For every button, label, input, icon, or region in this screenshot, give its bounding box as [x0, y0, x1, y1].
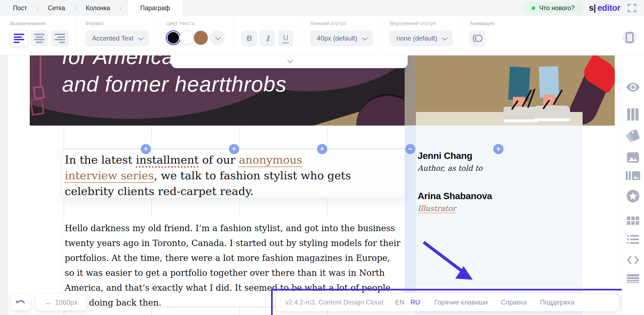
open-dropdown-panel[interactable]: [171, 55, 408, 68]
add-image-columns-button[interactable]: [626, 171, 640, 182]
breadcrumb-post[interactable]: Пост: [10, 4, 30, 12]
status-bar: v2.4.2-rc3, Content Design Cloud EN RU Г…: [276, 293, 619, 311]
illustration-leg: [508, 66, 530, 101]
chevron-down-icon: [362, 35, 368, 41]
annotation-arrow: [419, 238, 479, 286]
add-image-button[interactable]: [627, 152, 639, 164]
width-arrows-icon: ↔: [45, 298, 52, 306]
editor-window: Пост › Сетка › Колонка › Параграф Что но…: [0, 0, 644, 315]
selected-paragraph-block[interactable]: In the latest installment of our anonymo…: [63, 149, 405, 198]
add-block-button[interactable]: +: [317, 144, 327, 154]
help-link[interactable]: Справка: [501, 298, 527, 306]
mobile-preview-button[interactable]: [623, 30, 637, 45]
chevron-down-icon: [287, 57, 293, 63]
add-block-button[interactable]: +: [141, 144, 151, 154]
illustration-leg: [539, 66, 559, 98]
align-left-button[interactable]: [10, 30, 28, 46]
columns-image-icon: [626, 171, 640, 181]
lines-icon: [627, 274, 639, 284]
bottom-margin-group: Нижний отступ 40px (default): [310, 16, 381, 52]
format-group: Формат Accented Text: [85, 16, 158, 52]
misspelled-word[interactable]: installment: [136, 153, 199, 168]
animation-button[interactable]: [470, 30, 486, 46]
chevron-down-icon: [442, 35, 448, 41]
list-icon: [627, 235, 639, 244]
lang-en-button[interactable]: EN: [395, 298, 404, 306]
whats-new-button[interactable]: Что нового?: [524, 2, 582, 14]
chevron-right-icon: ›: [30, 4, 45, 13]
align-center-icon: [34, 34, 45, 43]
breadcrumb-grid[interactable]: Сетка: [45, 4, 68, 12]
add-list-button[interactable]: [627, 235, 639, 245]
align-left-icon: [14, 34, 24, 43]
setka-editor-logo: s| editor: [589, 3, 620, 13]
lang-ru-button-active[interactable]: RU: [410, 298, 420, 306]
illustration-sneaker: [504, 107, 539, 122]
align-right-button[interactable]: [51, 30, 69, 46]
bold-button[interactable]: B: [242, 30, 257, 46]
author-role: Author, as told to: [418, 164, 492, 172]
align-center-button[interactable]: [31, 30, 48, 46]
grid-width-control[interactable]: ↔ 1060px: [36, 294, 86, 311]
breadcrumb-paragraph-active[interactable]: Параграф: [128, 0, 182, 16]
canvas-left-margin: [0, 55, 8, 315]
hotkeys-link[interactable]: Горячие клавиши: [434, 298, 488, 306]
animation-group: Анимация: [470, 16, 502, 52]
italic-button[interactable]: I: [260, 30, 275, 46]
color-swatch-black-selected[interactable]: [166, 30, 181, 45]
style-swatches-button[interactable]: [626, 128, 640, 143]
eye-icon: [626, 82, 640, 92]
author-name: Arina Shabanova: [418, 191, 492, 201]
text-style-group: B I U: [242, 16, 302, 52]
preview-eye-button[interactable]: [626, 82, 640, 93]
code-icon: [627, 256, 639, 264]
color-swatch-white[interactable]: [180, 30, 194, 45]
columns-icon: [627, 108, 639, 121]
green-dot-icon: [532, 6, 535, 10]
more-colors-button[interactable]: [210, 30, 225, 45]
chevron-right-icon: ›: [68, 4, 83, 13]
add-grid-button[interactable]: [627, 108, 639, 122]
illustration-lamp: [40, 55, 41, 88]
lede-paragraph[interactable]: In the latest installment of our anonymo…: [65, 152, 398, 199]
format-select[interactable]: Accented Text: [85, 30, 149, 46]
animation-icon: [471, 32, 484, 45]
top-bar: Пост › Сетка › Колонка › Параграф Что но…: [0, 0, 644, 16]
format-toolbar: Выравнивание Формат Accented Text: [0, 16, 644, 55]
add-favorite-button[interactable]: [626, 189, 640, 204]
author-role-link[interactable]: Illustrator: [418, 204, 456, 213]
text-color-group: Цвет текста: [166, 16, 233, 52]
inner-padding-group: Внутренний отступ none (default): [390, 16, 461, 52]
support-link[interactable]: Поддержка: [540, 298, 575, 306]
swatches-icon: [626, 128, 640, 142]
add-block-button[interactable]: +: [229, 144, 239, 154]
add-blocks-button[interactable]: [627, 217, 639, 226]
hero-image-right: [416, 55, 615, 126]
remove-block-button[interactable]: −: [405, 144, 415, 154]
inner-padding-select[interactable]: none (default): [390, 30, 453, 46]
phone-icon: [626, 32, 634, 43]
add-divider-button[interactable]: [627, 274, 639, 285]
undo-button[interactable]: [11, 294, 30, 311]
version-label: v2.4.2-rc3, Content Design Cloud: [285, 298, 383, 306]
star-icon: [626, 189, 640, 203]
chevron-right-icon: ›: [113, 4, 128, 13]
chevron-down-icon: [215, 34, 221, 40]
bottom-margin-select[interactable]: 40px (default): [310, 30, 373, 46]
add-embed-button[interactable]: [627, 256, 639, 265]
authors-column[interactable]: Jenni Chang Author, as told to Arina Sha…: [418, 150, 492, 213]
image-icon: [627, 152, 639, 163]
illustration-sneaker: [535, 106, 570, 121]
illustration-lamp: [30, 98, 45, 116]
color-swatch-brown[interactable]: [193, 30, 208, 45]
undo-icon: [15, 298, 26, 306]
underline-button[interactable]: U: [278, 30, 293, 46]
breadcrumb: Пост › Сетка › Колонка › Параграф: [0, 0, 182, 16]
alignment-group: Выравнивание: [10, 16, 77, 52]
add-block-button[interactable]: +: [493, 144, 504, 154]
chevron-down-icon: [138, 35, 144, 41]
breadcrumb-column[interactable]: Колонка: [83, 4, 113, 12]
fullscreen-icon[interactable]: [627, 4, 636, 12]
author-name: Jenni Chang: [418, 150, 492, 161]
align-right-icon: [55, 34, 65, 43]
